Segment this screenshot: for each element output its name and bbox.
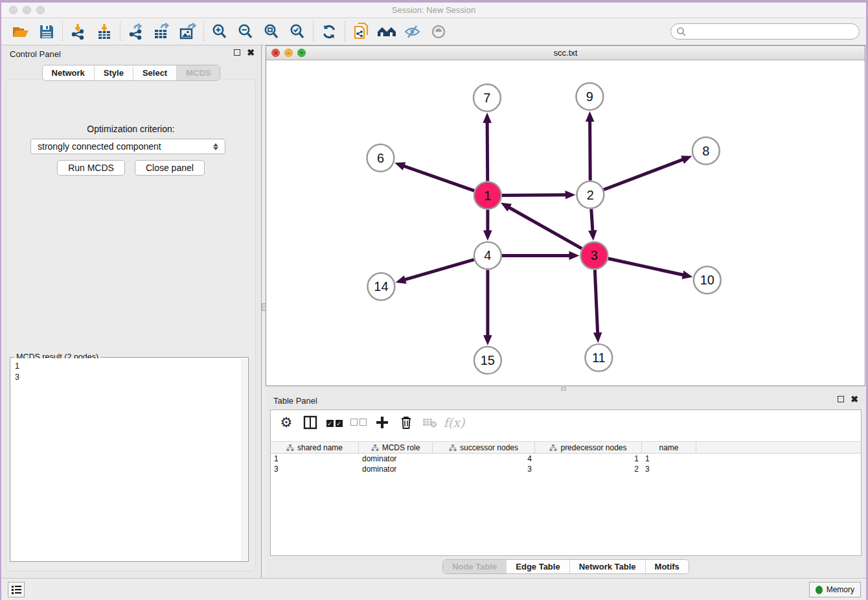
table-cell[interactable]: 3 <box>271 465 359 474</box>
zoom-in-button[interactable] <box>207 21 233 43</box>
table-cell[interactable]: 1 <box>271 454 359 463</box>
open-file-button[interactable] <box>8 21 34 43</box>
tab-edge-table[interactable]: Edge Table <box>506 560 569 573</box>
table-cell[interactable]: 2 <box>535 465 642 474</box>
search-input[interactable] <box>687 27 854 36</box>
edge-3-10[interactable] <box>608 259 683 275</box>
graph-node-1[interactable]: 1 <box>474 182 501 209</box>
import-table-button[interactable] <box>91 21 117 43</box>
export-network-icon <box>127 23 145 41</box>
save-session-button[interactable] <box>34 21 60 43</box>
graph-node-2[interactable]: 2 <box>577 181 604 209</box>
column-header-name[interactable]: name <box>642 442 696 453</box>
tab-motifs[interactable]: Motifs <box>645 560 689 573</box>
search-field[interactable] <box>670 23 860 40</box>
zoom-out-button[interactable] <box>233 21 258 43</box>
duplicate-network-button[interactable] <box>348 21 374 43</box>
run-mcds-button[interactable]: Run MCDS <box>57 160 125 176</box>
edge-1-2[interactable] <box>502 195 566 196</box>
search-area <box>670 23 860 40</box>
zoom-selected-button[interactable] <box>284 21 310 43</box>
memory-button[interactable]: Memory <box>809 582 861 597</box>
deselect-all-rows-button[interactable] <box>349 413 367 432</box>
edge-2-3[interactable] <box>591 209 593 231</box>
graph-node-4[interactable]: 4 <box>474 242 501 269</box>
graph-node-10[interactable]: 10 <box>694 266 721 294</box>
export-image-button[interactable] <box>175 21 201 43</box>
control-panel-header: Control Panel ✖ <box>1 45 261 62</box>
float-panel-icon[interactable] <box>838 396 844 402</box>
tab-style[interactable]: Style <box>94 65 133 80</box>
tab-network[interactable]: Network <box>43 65 94 80</box>
table-row[interactable]: 3dominator323 <box>271 464 861 474</box>
edge-3-11[interactable] <box>595 270 597 333</box>
column-layout-button[interactable] <box>301 413 319 432</box>
graph-node-15[interactable]: 15 <box>474 347 501 374</box>
control-panel: Control Panel ✖ NetworkStyleSelectMCDS O… <box>1 45 261 578</box>
tab-node-table[interactable]: Node Table <box>443 560 506 573</box>
network-window-titlebar[interactable]: ✕ − + scc.txt <box>266 46 865 60</box>
column-header-predecessor-nodes[interactable]: predecessor nodes <box>535 442 642 453</box>
graph-node-11[interactable]: 11 <box>585 344 612 371</box>
import-network-button[interactable] <box>65 21 91 43</box>
table-cell[interactable]: 1 <box>642 454 696 463</box>
table-cell[interactable]: 1 <box>535 454 642 463</box>
gear-icon: ⚙ <box>280 416 293 430</box>
column-header-successor-nodes[interactable]: successor nodes <box>433 442 535 453</box>
mcds-result-text[interactable]: 13 <box>11 358 242 560</box>
edge-3-1[interactable] <box>509 207 582 248</box>
table-cell[interactable]: 3 <box>642 465 696 474</box>
settings-gear-button[interactable]: ⚙ <box>277 413 295 432</box>
graph-node-3[interactable]: 3 <box>580 242 608 269</box>
table-row[interactable]: 1dominator411 <box>271 454 861 464</box>
table-cell[interactable]: 4 <box>433 454 535 463</box>
edge-2-8[interactable] <box>604 159 683 190</box>
edge-4-14[interactable] <box>405 260 474 280</box>
apply-layout-button[interactable] <box>316 21 342 43</box>
graph-node-7[interactable]: 7 <box>474 84 501 111</box>
graph-node-9[interactable]: 9 <box>576 83 603 110</box>
table-cell[interactable]: dominator <box>359 454 433 463</box>
graph-node-14[interactable]: 14 <box>367 273 394 300</box>
hide-selected-button[interactable] <box>400 21 426 43</box>
task-history-button[interactable] <box>8 582 25 597</box>
panel-split-divider[interactable] <box>261 45 266 578</box>
criterion-select[interactable]: strongly connected component <box>30 139 225 154</box>
export-table-button[interactable] <box>149 21 175 43</box>
table-cell[interactable]: 3 <box>433 465 535 474</box>
column-tree-icon <box>549 444 557 452</box>
zoom-fit-button[interactable] <box>258 21 284 43</box>
table-tabs: Node TableEdge TableNetwork TableMotifs <box>266 559 866 574</box>
network-graph[interactable]: 7968124314101511 <box>266 60 865 386</box>
tab-mcds[interactable]: MCDS <box>176 65 220 80</box>
zoom-fit-icon <box>262 23 280 41</box>
column-header-shared-name[interactable]: shared name <box>271 442 359 453</box>
close-panel-button[interactable]: Close panel <box>135 160 205 176</box>
network-canvas[interactable]: 7968124314101511 <box>266 60 865 386</box>
close-panel-icon[interactable]: ✖ <box>851 396 858 402</box>
tab-network-table[interactable]: Network Table <box>569 560 645 573</box>
export-network-button[interactable] <box>123 21 149 43</box>
close-panel-icon[interactable]: ✖ <box>247 49 255 56</box>
table-cell[interactable]: dominator <box>359 465 433 474</box>
tab-select[interactable]: Select <box>133 65 176 80</box>
edge-1-7[interactable] <box>487 122 488 181</box>
graph-node-8[interactable]: 8 <box>692 137 720 165</box>
show-all-button[interactable] <box>426 21 451 43</box>
zoom-in-icon <box>211 23 229 41</box>
horizontal-split-divider[interactable] <box>266 386 866 391</box>
result-scrollbar[interactable] <box>242 358 247 560</box>
edge-2-9[interactable] <box>590 121 591 181</box>
graph-node-6[interactable]: 6 <box>367 144 394 172</box>
delete-column-button[interactable] <box>397 413 415 432</box>
select-all-rows-button[interactable]: ✓✓ <box>325 413 343 432</box>
edge-1-6[interactable] <box>404 166 474 190</box>
first-neighbors-button[interactable] <box>374 21 400 43</box>
add-column-button[interactable] <box>373 413 391 432</box>
column-header-MCDS-role[interactable]: MCDS role <box>359 442 433 453</box>
divider-grab-handle[interactable] <box>561 387 566 391</box>
node-table: shared nameMCDS rolesuccessor nodesprede… <box>271 441 861 474</box>
float-panel-icon[interactable] <box>234 49 240 56</box>
table-toolbar: ⚙ ✓✓ <box>271 410 861 435</box>
select-stepper-icon <box>213 143 218 150</box>
